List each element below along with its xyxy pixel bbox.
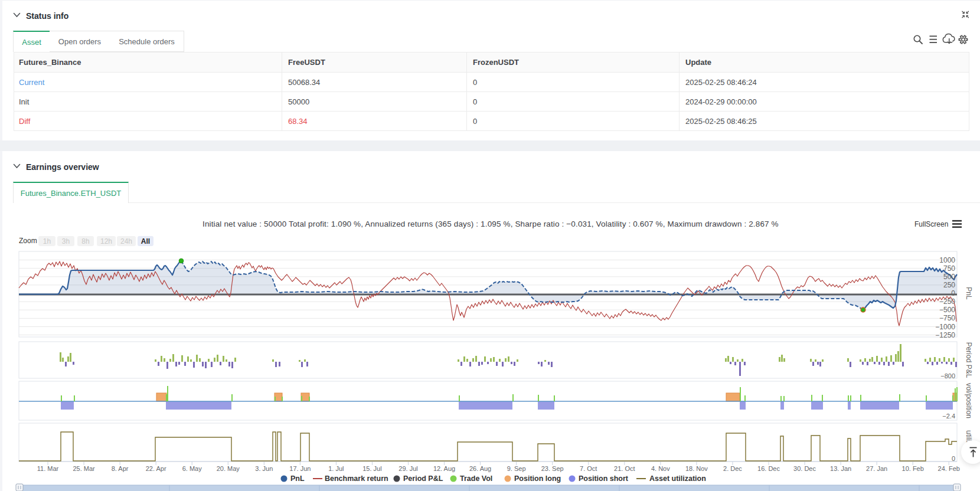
svg-text:12. Aug: 12. Aug <box>433 465 455 472</box>
svg-text:500: 500 <box>943 273 955 281</box>
svg-text:7. Oct: 7. Oct <box>580 465 597 472</box>
svg-text:750: 750 <box>943 264 955 273</box>
svg-text:22. Apr: 22. Apr <box>146 465 166 472</box>
svg-text:21. Oct: 21. Oct <box>614 465 635 472</box>
svg-text:Asset utilization: Asset utilization <box>649 474 706 483</box>
svg-text:−1250: −1250 <box>935 331 955 339</box>
svg-text:23. Sep: 23. Sep <box>541 465 564 472</box>
svg-text:PnL: PnL <box>290 474 305 483</box>
svg-text:−1000: −1000 <box>935 323 955 331</box>
svg-text:PnL: PnL <box>965 287 973 300</box>
svg-text:−250: −250 <box>939 297 955 306</box>
svg-text:11. Mar: 11. Mar <box>37 465 59 472</box>
svg-text:8. Apr: 8. Apr <box>112 465 129 472</box>
svg-text:Position long: Position long <box>514 474 561 483</box>
svg-text:24. Feb: 24. Feb <box>938 465 960 472</box>
svg-text:Trade Vol: Trade Vol <box>460 474 492 483</box>
svg-text:−500: −500 <box>939 306 955 314</box>
svg-text:Benchmark return: Benchmark return <box>325 474 388 483</box>
svg-text:16. Dec: 16. Dec <box>757 465 780 472</box>
svg-text:6. May: 6. May <box>182 465 202 472</box>
svg-text:250: 250 <box>943 281 955 289</box>
svg-text:10. Feb: 10. Feb <box>902 465 924 472</box>
svg-text:−800: −800 <box>940 372 955 379</box>
svg-text:−2.4: −2.4 <box>942 413 955 420</box>
svg-text:15. Jul: 15. Jul <box>362 465 381 472</box>
svg-text:9. Sep: 9. Sep <box>507 465 526 472</box>
svg-text:−750: −750 <box>939 314 955 322</box>
svg-text:2. Dec: 2. Dec <box>723 465 742 472</box>
svg-text:Position short: Position short <box>579 474 629 483</box>
svg-text:vol/position: vol/position <box>965 383 973 418</box>
svg-text:17. Jun: 17. Jun <box>289 465 311 472</box>
svg-text:4. Nov: 4. Nov <box>651 465 670 472</box>
svg-text:Period P&L: Period P&L <box>403 474 443 483</box>
svg-text:1000: 1000 <box>939 256 955 264</box>
svg-text:0: 0 <box>952 455 955 462</box>
svg-text:29. Jul: 29. Jul <box>398 465 417 472</box>
svg-text:27. Jan: 27. Jan <box>866 465 887 472</box>
svg-text:0: 0 <box>951 289 955 297</box>
svg-text:3. Jun: 3. Jun <box>255 465 273 472</box>
svg-text:Period P&L: Period P&L <box>965 342 973 378</box>
svg-text:26. Aug: 26. Aug <box>469 465 491 472</box>
svg-text:30. Dec: 30. Dec <box>793 465 816 472</box>
svg-text:13. Jan: 13. Jan <box>830 465 851 472</box>
svg-text:20. May: 20. May <box>217 465 240 472</box>
svg-text:1. Jul: 1. Jul <box>328 465 344 472</box>
svg-text:18. Nov: 18. Nov <box>685 465 708 472</box>
svg-text:25. Mar: 25. Mar <box>73 465 95 472</box>
